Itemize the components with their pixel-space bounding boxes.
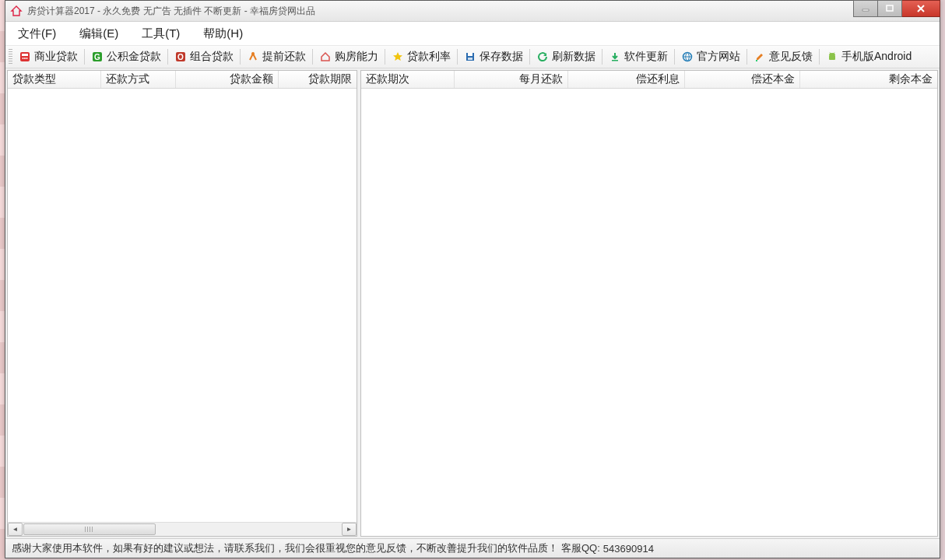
fund-icon: G — [91, 51, 104, 63]
svg-text:O: O — [177, 53, 184, 61]
minimize-button[interactable] — [853, 0, 878, 17]
svg-text:G: G — [94, 53, 100, 61]
tool-update[interactable]: 软件更新 — [604, 48, 673, 65]
tool-android[interactable]: 手机版Android — [821, 48, 916, 65]
svg-line-19 — [834, 53, 834, 54]
separator — [674, 49, 675, 65]
left-horizontal-scrollbar[interactable]: ◄ ► — [8, 522, 357, 536]
tool-afford[interactable]: 购房能力 — [314, 48, 383, 65]
tool-combo-loan-label: 组合贷款 — [190, 50, 234, 64]
right-panel-body[interactable] — [361, 89, 937, 536]
menu-help[interactable]: 帮助(H) — [198, 23, 248, 44]
tool-fund-loan-label: 公积金贷款 — [107, 50, 161, 64]
svg-rect-2 — [20, 52, 30, 61]
separator — [84, 49, 85, 65]
house-icon — [319, 51, 332, 63]
toolbar: 商业贷款 G 公积金贷款 O 组合贷款 提前还款 — [5, 46, 940, 68]
col-remaining[interactable]: 剩余本金 — [800, 71, 937, 88]
status-qq-number: 543690914 — [603, 543, 654, 555]
tool-prepay[interactable]: 提前还款 — [242, 48, 311, 65]
toolbar-grip — [9, 49, 12, 65]
globe-icon — [681, 51, 694, 63]
tool-rate-label: 贷款利率 — [407, 50, 451, 64]
svg-point-11 — [251, 52, 255, 55]
tool-afford-label: 购房能力 — [335, 50, 378, 64]
window-frame: 房贷计算器2017 - 永久免费 无广告 无插件 不断更新 - 幸福房贷网出品 … — [5, 0, 940, 558]
separator — [312, 49, 313, 65]
menu-bar: 文件(F) 编辑(E) 工具(T) 帮助(H) — [5, 22, 940, 46]
separator — [602, 49, 602, 65]
tool-combo-loan[interactable]: O 组合贷款 — [170, 48, 238, 65]
status-message: 感谢大家使用本软件，如果有好的建议或想法，请联系我们，我们会很重视您的意见反馈，… — [12, 541, 558, 555]
app-icon — [10, 5, 23, 17]
svg-point-4 — [23, 58, 24, 59]
col-loan-term[interactable]: 贷款期限 — [279, 71, 357, 88]
svg-line-18 — [830, 53, 831, 54]
separator — [819, 49, 820, 65]
svg-rect-3 — [22, 54, 28, 56]
calculator-icon — [19, 51, 31, 63]
tool-commercial-loan-label: 商业贷款 — [34, 50, 78, 64]
android-icon — [826, 51, 838, 63]
right-column-headers: 还款期次 每月还款 偿还利息 偿还本金 剩余本金 — [361, 71, 937, 89]
col-loan-type[interactable]: 贷款类型 — [8, 71, 101, 88]
separator — [167, 49, 168, 65]
maximize-button[interactable] — [878, 0, 902, 17]
tool-refresh[interactable]: 刷新数据 — [532, 48, 600, 65]
combo-icon: O — [174, 51, 187, 63]
separator — [240, 49, 241, 65]
scroll-left-button[interactable]: ◄ — [8, 523, 23, 536]
title-bar: 房贷计算器2017 - 永久免费 无广告 无插件 不断更新 - 幸福房贷网出品 — [5, 1, 940, 22]
prepay-icon — [247, 51, 259, 63]
tool-rate[interactable]: 贷款利率 — [387, 48, 455, 65]
status-qq-label: 客服QQ: — [561, 541, 600, 555]
separator — [747, 49, 747, 65]
window-controls — [853, 0, 940, 16]
save-icon — [464, 51, 476, 63]
svg-rect-0 — [862, 9, 869, 11]
tool-refresh-label: 刷新数据 — [552, 50, 595, 64]
refresh-icon — [536, 51, 549, 63]
col-principal[interactable]: 偿还本金 — [685, 71, 800, 88]
download-icon — [609, 51, 621, 63]
tool-website[interactable]: 官方网站 — [676, 48, 745, 65]
tool-prepay-label: 提前还款 — [262, 50, 306, 64]
svg-rect-1 — [887, 5, 893, 11]
col-interest[interactable]: 偿还利息 — [568, 71, 685, 88]
svg-rect-13 — [468, 53, 472, 56]
scroll-right-button[interactable]: ► — [342, 523, 357, 536]
window-title: 房贷计算器2017 - 永久免费 无广告 无插件 不断更新 - 幸福房贷网出品 — [27, 5, 315, 18]
right-panel: 还款期次 每月还款 偿还利息 偿还本金 剩余本金 — [360, 70, 938, 537]
tool-commercial-loan[interactable]: 商业贷款 — [14, 48, 83, 65]
col-monthly[interactable]: 每月还款 — [455, 71, 568, 88]
tool-feedback-label: 意见反馈 — [769, 50, 813, 64]
menu-file[interactable]: 文件(F) — [13, 23, 61, 44]
content-area: 贷款类型 还款方式 贷款金额 贷款期限 ◄ ► 还款期次 每月还款 偿还利息 偿… — [5, 68, 940, 538]
tool-update-label: 软件更新 — [624, 50, 668, 64]
tool-fund-loan[interactable]: G 公积金贷款 — [86, 48, 166, 65]
tool-feedback[interactable]: 意见反馈 — [749, 48, 817, 65]
scroll-thumb[interactable] — [23, 523, 156, 535]
separator — [385, 49, 385, 65]
tool-website-label: 官方网站 — [697, 50, 740, 64]
col-loan-amount[interactable]: 贷款金额 — [176, 71, 279, 88]
tool-android-label: 手机版Android — [841, 50, 912, 64]
separator — [457, 49, 458, 65]
close-button[interactable] — [902, 0, 940, 17]
separator — [529, 49, 530, 65]
svg-point-5 — [24, 58, 26, 59]
left-panel-body[interactable] — [8, 89, 357, 522]
col-repay-method[interactable]: 还款方式 — [101, 71, 176, 88]
edit-icon — [754, 51, 766, 63]
menu-tools[interactable]: 工具(T) — [137, 23, 184, 44]
status-bar: 感谢大家使用本软件，如果有好的建议或想法，请联系我们，我们会很重视您的意见反馈，… — [5, 538, 940, 558]
left-panel: 贷款类型 还款方式 贷款金额 贷款期限 ◄ ► — [7, 70, 357, 537]
scroll-track[interactable] — [23, 523, 341, 535]
svg-rect-14 — [468, 58, 472, 60]
menu-edit[interactable]: 编辑(E) — [75, 23, 123, 44]
col-period[interactable]: 还款期次 — [361, 71, 455, 88]
left-column-headers: 贷款类型 还款方式 贷款金额 贷款期限 — [8, 71, 357, 89]
svg-point-6 — [26, 58, 28, 59]
tool-save-label: 保存数据 — [480, 50, 523, 64]
tool-save[interactable]: 保存数据 — [459, 48, 528, 65]
